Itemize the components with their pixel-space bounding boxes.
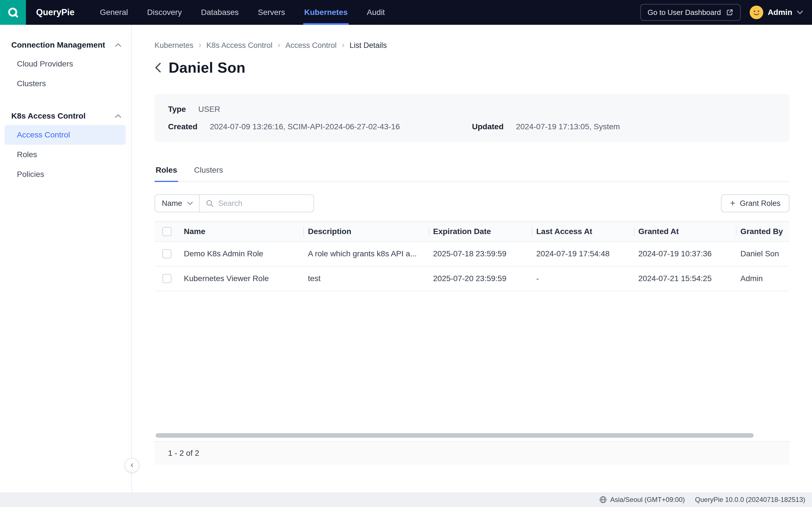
cell-expiration-date: 2025-07-20 23:59:59 bbox=[428, 274, 532, 283]
primary-nav: General Discovery Databases Servers Kube… bbox=[90, 0, 395, 25]
cell-last-access-at: - bbox=[532, 274, 634, 283]
column-header-granted-at: Granted At bbox=[634, 227, 736, 236]
sidebar-section-title: K8s Access Control bbox=[11, 112, 86, 121]
cell-expiration-date: 2025-07-18 23:59:59 bbox=[428, 249, 532, 258]
horizontal-scrollbar bbox=[156, 433, 788, 438]
created-value: 2024-07-09 13:26:16, SCIM-API-2024-06-27… bbox=[210, 122, 400, 131]
avatar-face-icon bbox=[750, 6, 763, 19]
sidebar-item-roles[interactable]: Roles bbox=[4, 145, 126, 165]
table-empty-area bbox=[154, 291, 790, 433]
nav-item-databases[interactable]: Databases bbox=[192, 0, 248, 25]
row-checkbox[interactable] bbox=[162, 249, 171, 258]
search-box bbox=[200, 194, 314, 212]
column-header-name: Name bbox=[179, 227, 303, 236]
breadcrumb-item-list-details: List Details bbox=[350, 41, 387, 50]
user-name-label: Admin bbox=[768, 8, 792, 17]
main-content: Kubernetes › K8s Access Control › Access… bbox=[132, 25, 812, 492]
cell-name: Demo K8s Admin Role bbox=[179, 249, 303, 258]
row-checkbox-cell bbox=[154, 274, 179, 283]
top-navigation-bar: QueryPie General Discovery Databases Ser… bbox=[0, 0, 812, 25]
type-label: Type bbox=[168, 105, 186, 114]
detail-row-type: Type USER bbox=[168, 105, 776, 114]
sidebar-section-k8s-access-control: K8s Access Control Access Control Roles … bbox=[0, 107, 132, 184]
row-checkbox[interactable] bbox=[162, 274, 171, 283]
breadcrumb-item-kubernetes[interactable]: Kubernetes bbox=[154, 41, 193, 50]
grant-roles-button[interactable]: + Grant Roles bbox=[721, 194, 790, 212]
cell-granted-by: Admin bbox=[736, 274, 790, 283]
sidebar-collapse-button[interactable]: ‹ bbox=[124, 458, 139, 473]
column-header-description: Description bbox=[303, 227, 428, 236]
page-title: Daniel Son bbox=[168, 59, 246, 76]
sidebar-item-access-control[interactable]: Access Control bbox=[4, 125, 126, 145]
querypie-logo[interactable] bbox=[0, 0, 26, 25]
timezone-item: Asia/Seoul (GMT+09:00) bbox=[599, 496, 685, 504]
cell-name: Kubernetes Viewer Role bbox=[179, 274, 303, 283]
sidebar: Connection Management Cloud Providers Cl… bbox=[0, 25, 132, 492]
chevron-down-icon bbox=[187, 202, 193, 205]
go-to-user-dashboard-button[interactable]: Go to User Dashboard bbox=[640, 4, 741, 21]
chevron-up-icon bbox=[115, 43, 121, 47]
chevron-up-icon bbox=[115, 114, 121, 118]
created-label: Created bbox=[168, 122, 197, 131]
external-link-icon bbox=[726, 9, 733, 16]
breadcrumb-separator-icon: › bbox=[199, 41, 201, 50]
cell-description: test bbox=[303, 274, 428, 283]
querypie-logo-icon bbox=[7, 6, 19, 18]
nav-item-audit[interactable]: Audit bbox=[357, 0, 395, 25]
search-input[interactable] bbox=[218, 199, 307, 208]
column-header-last-access-at: Last Access At bbox=[532, 227, 634, 236]
sidebar-item-policies[interactable]: Policies bbox=[4, 165, 126, 184]
tab-roles[interactable]: Roles bbox=[154, 162, 178, 181]
chevron-left-icon bbox=[154, 62, 161, 73]
detail-cell-updated: Updated 2024-07-19 17:13:05, System bbox=[472, 122, 776, 131]
sidebar-section-header-connection-management[interactable]: Connection Management bbox=[0, 36, 132, 54]
globe-icon bbox=[599, 496, 607, 503]
cell-granted-at: 2024-07-21 15:54:25 bbox=[634, 274, 736, 283]
detail-row-dates: Created 2024-07-09 13:26:16, SCIM-API-20… bbox=[168, 122, 776, 131]
brand-title: QueryPie bbox=[36, 7, 74, 17]
row-checkbox-cell bbox=[154, 249, 179, 258]
tab-clusters[interactable]: Clusters bbox=[193, 162, 224, 181]
user-menu[interactable]: Admin bbox=[750, 6, 803, 19]
breadcrumb-separator-icon: › bbox=[342, 41, 345, 50]
breadcrumb-item-k8s-access-control[interactable]: K8s Access Control bbox=[206, 41, 272, 50]
breadcrumb-item-access-control[interactable]: Access Control bbox=[285, 41, 337, 50]
column-filter-select[interactable]: Name bbox=[154, 194, 200, 212]
sidebar-section-title: Connection Management bbox=[11, 41, 105, 50]
chevron-down-icon bbox=[797, 10, 803, 15]
column-header-granted-by: Granted By bbox=[736, 227, 790, 236]
sidebar-item-clusters[interactable]: Clusters bbox=[4, 74, 126, 94]
nav-item-servers[interactable]: Servers bbox=[248, 0, 295, 25]
table-row[interactable]: Kubernetes Viewer Role test 2025-07-20 2… bbox=[154, 267, 790, 291]
nav-item-kubernetes[interactable]: Kubernetes bbox=[295, 0, 357, 25]
nav-item-discovery[interactable]: Discovery bbox=[138, 0, 192, 25]
status-bar: Asia/Seoul (GMT+09:00) QueryPie 10.0.0 (… bbox=[0, 492, 812, 507]
breadcrumb: Kubernetes › K8s Access Control › Access… bbox=[154, 41, 790, 50]
table-row[interactable]: Demo K8s Admin Role A role which grants … bbox=[154, 242, 790, 267]
cell-last-access-at: 2024-07-19 17:54:48 bbox=[532, 249, 634, 258]
cell-granted-at: 2024-07-19 10:37:36 bbox=[634, 249, 736, 258]
sidebar-section-header-k8s-access-control[interactable]: K8s Access Control bbox=[0, 107, 132, 125]
topbar-right: Go to User Dashboard Admin bbox=[640, 4, 812, 21]
filter-row: Name + Grant Roles bbox=[154, 194, 790, 212]
version-label: QueryPie 10.0.0 (20240718-182513) bbox=[695, 496, 805, 504]
cell-granted-by: Daniel Son bbox=[736, 249, 790, 258]
table-footer: 1 - 2 of 2 bbox=[154, 441, 790, 465]
user-avatar bbox=[750, 6, 763, 19]
back-button[interactable] bbox=[154, 62, 161, 73]
sidebar-item-cloud-providers[interactable]: Cloud Providers bbox=[4, 54, 126, 74]
sidebar-section-connection-management: Connection Management Cloud Providers Cl… bbox=[0, 36, 132, 94]
horizontal-scrollbar-thumb[interactable] bbox=[156, 433, 754, 438]
pagination-status: 1 - 2 of 2 bbox=[168, 449, 199, 458]
tabs-bar: Roles Clusters bbox=[154, 162, 790, 182]
nav-item-general[interactable]: General bbox=[90, 0, 138, 25]
select-all-cell bbox=[154, 227, 179, 236]
search-icon bbox=[206, 200, 214, 207]
roles-table: Name Description Expiration Date Last Ac… bbox=[154, 221, 790, 465]
detail-cell-created: Created 2024-07-09 13:26:16, SCIM-API-20… bbox=[168, 122, 472, 131]
timezone-label: Asia/Seoul (GMT+09:00) bbox=[610, 496, 685, 504]
column-filter-value: Name bbox=[162, 199, 182, 208]
select-all-checkbox[interactable] bbox=[162, 227, 171, 236]
details-panel: Type USER Created 2024-07-09 13:26:16, S… bbox=[154, 94, 790, 142]
updated-value: 2024-07-19 17:13:05, System bbox=[516, 122, 620, 131]
